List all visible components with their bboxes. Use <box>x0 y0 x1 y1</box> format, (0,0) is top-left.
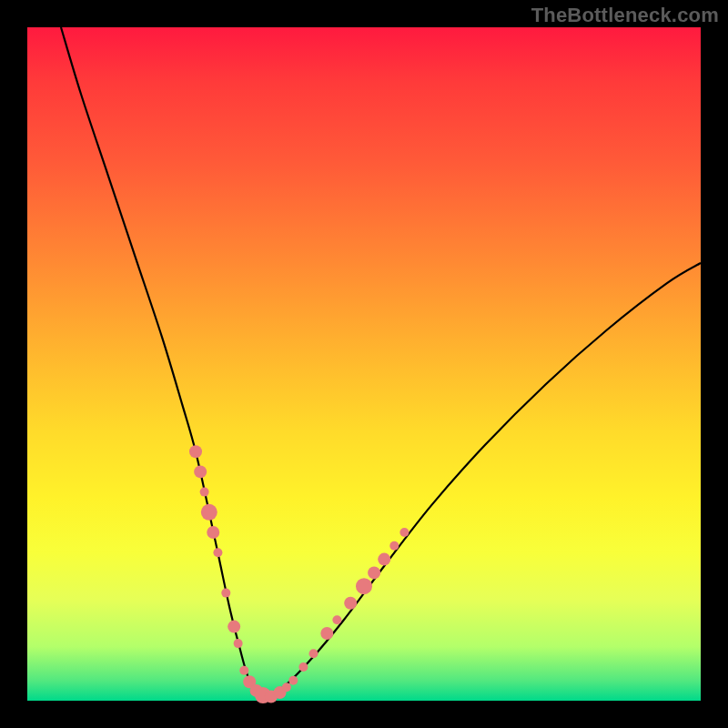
data-point <box>320 627 333 640</box>
data-point <box>378 553 390 566</box>
data-point <box>201 504 217 521</box>
chart-frame: TheBottleneck.com <box>0 0 728 728</box>
plot-area <box>27 27 701 701</box>
data-point <box>399 528 409 537</box>
data-point <box>213 548 222 557</box>
data-point <box>200 488 209 497</box>
chart-svg <box>27 27 701 701</box>
data-point <box>288 676 298 685</box>
data-point <box>234 639 243 648</box>
bottleneck-curve <box>61 27 701 697</box>
data-point <box>344 597 357 610</box>
data-point <box>368 566 380 579</box>
data-point <box>221 589 230 598</box>
watermark-text: TheBottleneck.com <box>531 4 719 27</box>
data-point <box>332 615 341 624</box>
data-point <box>309 649 318 658</box>
data-point <box>356 578 372 594</box>
data-point <box>239 666 248 675</box>
data-point <box>298 662 308 672</box>
data-point <box>282 682 291 692</box>
data-point <box>228 621 240 633</box>
data-point <box>194 465 207 478</box>
data-point <box>389 541 399 551</box>
data-point <box>189 445 202 458</box>
data-point <box>207 526 219 539</box>
